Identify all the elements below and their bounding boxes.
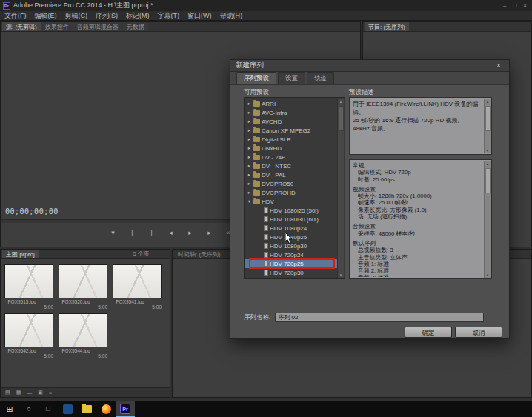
- preset-folder-icon: [253, 173, 260, 178]
- preset-file-icon: [264, 252, 268, 258]
- scroll-thumb[interactable]: [485, 106, 491, 131]
- clip-thumbnail: [4, 313, 53, 347]
- panel-tab[interactable]: 效果控件: [41, 22, 73, 32]
- menu-item[interactable]: 剪辑(C): [65, 11, 88, 21]
- step-back-icon[interactable]: ◂: [166, 229, 176, 236]
- icon-view-icon[interactable]: ▦: [16, 390, 21, 396]
- search-button[interactable]: ○: [19, 401, 39, 417]
- preset-label: HDV 720p25: [270, 261, 304, 267]
- preset-file-icon: [264, 243, 268, 249]
- step-forward-icon[interactable]: ▸: [205, 229, 215, 236]
- panel-tab[interactable]: 元数据: [123, 22, 148, 32]
- premiere-taskbar-icon[interactable]: Pr: [116, 401, 135, 417]
- menu-item[interactable]: 帮助(H): [220, 11, 243, 21]
- clip-item[interactable]: _FOX9544.jpg5:00: [59, 313, 109, 358]
- out-point-icon[interactable]: }: [147, 229, 157, 236]
- preset-item[interactable]: ▸DV - PAL: [245, 170, 337, 179]
- preset-item[interactable]: ▸DVCPROHD: [245, 188, 337, 197]
- preset-item[interactable]: ▸DV - NTSC: [245, 161, 337, 170]
- menu-item[interactable]: 窗口(W): [187, 11, 212, 21]
- blue-app-icon[interactable]: [58, 401, 77, 417]
- preset-item[interactable]: ▸AVC-Intra: [245, 108, 337, 117]
- delete-icon[interactable]: ×: [49, 390, 52, 396]
- scroll-down-icon[interactable]: ▾: [487, 272, 489, 278]
- dialog-tab[interactable]: 序列预设: [236, 72, 276, 84]
- clip-item[interactable]: _FOX9542.jpg5:00: [4, 313, 55, 358]
- preset-item[interactable]: ▸DNxHD: [245, 144, 337, 153]
- clip-item[interactable]: _FOX9520.jpg5:00: [59, 264, 109, 310]
- preset-item[interactable]: ▸Digital SLR: [245, 135, 337, 144]
- scroll-up-icon[interactable]: ▴: [340, 99, 342, 104]
- scroll-down-icon[interactable]: ▾: [340, 272, 342, 278]
- tab-project[interactable]: 主图.prproj: [2, 250, 39, 259]
- preset-item[interactable]: HDV 1080i25 (50i): [245, 206, 337, 215]
- cancel-button[interactable]: 取消: [455, 327, 502, 338]
- minimize-icon[interactable]: –: [503, 2, 506, 10]
- close-icon[interactable]: ×: [523, 2, 527, 10]
- preset-item[interactable]: ▸DV - 24P: [245, 153, 337, 161]
- dialog-tab[interactable]: 轨道: [307, 72, 334, 84]
- available-presets-label: 可用预设: [244, 88, 269, 97]
- menu-item[interactable]: 标记(M): [126, 11, 150, 21]
- details-scrollbar[interactable]: ▴ ▾: [484, 161, 491, 278]
- panel-tab[interactable]: 音频剪辑混合器: [73, 22, 122, 32]
- scroll-up-icon[interactable]: ▴: [487, 99, 489, 104]
- preset-label: HDV 1080i25 (50i): [270, 207, 319, 214]
- sequence-name-label: 序列名称:: [244, 313, 270, 322]
- clip-duration: 5:00: [113, 304, 163, 310]
- firefox-icon[interactable]: [96, 401, 116, 417]
- preset-item[interactable]: HDV 1080i30 (60i): [245, 215, 337, 224]
- maximize-icon[interactable]: □: [513, 2, 516, 10]
- preset-label: HDV 720p24: [270, 252, 304, 258]
- taskbar: ⊞ ○ □ Pr: [0, 401, 532, 417]
- clip-item[interactable]: _FOX9541.jpg5:00: [113, 264, 163, 310]
- twirl-icon: ▸: [247, 110, 252, 116]
- preset-item[interactable]: ▾HDV: [245, 197, 337, 206]
- file-explorer-icon[interactable]: [77, 401, 96, 417]
- scroll-down-icon[interactable]: ▾: [487, 147, 489, 153]
- scroll-thumb[interactable]: [485, 168, 491, 193]
- preset-item[interactable]: HDV 720p24: [245, 250, 337, 259]
- preset-item[interactable]: ▸DVCPRO50: [245, 179, 337, 188]
- ok-button[interactable]: 确定: [405, 327, 452, 338]
- sequence-name-input[interactable]: [275, 313, 484, 322]
- list-view-icon[interactable]: ▤: [5, 390, 10, 396]
- panel-tab[interactable]: 源: (无剪辑): [2, 22, 41, 32]
- preset-item[interactable]: ▸AVCHD: [245, 117, 337, 126]
- menu-item[interactable]: 字幕(T): [158, 11, 180, 21]
- preset-tree-list: ▸ARRI▸AVC-Intra▸AVCHD▸Canon XF MPEG2▸Dig…: [245, 98, 337, 278]
- task-view-button[interactable]: □: [39, 401, 58, 417]
- clip-item[interactable]: _FOX9515.jpg5:00: [4, 264, 55, 310]
- new-bin-icon[interactable]: ▣: [38, 390, 43, 396]
- details-line: 采样率: 48000 样本/秒: [353, 230, 482, 237]
- clip-thumbnail: [59, 313, 107, 347]
- start-button[interactable]: ⊞: [0, 401, 19, 417]
- source-tabs: 源: (无剪辑)效果控件音频剪辑混合器元数据: [1, 22, 360, 32]
- preset-item[interactable]: HDV 1080p24: [245, 224, 337, 233]
- preset-item[interactable]: ▸Mobile & Devices: [245, 277, 337, 278]
- details-line: 常规: [353, 162, 482, 169]
- tree-scrollbar[interactable]: ▴ ▾: [337, 99, 344, 278]
- panel-tab[interactable]: 节目: (无序列): [365, 22, 409, 32]
- play-icon[interactable]: ▸: [185, 229, 196, 236]
- scroll-thumb[interactable]: [339, 106, 344, 131]
- clip-grid: _FOX9515.jpg5:00_FOX9520.jpg5:00_FOX9541…: [2, 261, 168, 387]
- preset-item[interactable]: ▸ARRI: [245, 99, 337, 108]
- menu-item[interactable]: 序列(S): [96, 11, 118, 21]
- firefox-glyph: [102, 404, 111, 414]
- preset-item[interactable]: ▸Canon XF MPEG2: [245, 126, 337, 135]
- tab-timeline[interactable]: 时间轴: (无序列): [174, 250, 225, 259]
- add-marker-icon[interactable]: ▾: [108, 229, 119, 236]
- preset-label: DNxHD: [262, 145, 282, 152]
- preset-item[interactable]: HDV 720p30: [245, 268, 337, 277]
- preset-item[interactable]: HDV 720p25: [245, 259, 337, 268]
- preset-label: AVC-Intra: [262, 110, 287, 116]
- dialog-tab[interactable]: 设置: [278, 72, 305, 84]
- dialog-close-icon[interactable]: ×: [493, 61, 504, 70]
- description-scrollbar[interactable]: ▴ ▾: [484, 99, 491, 153]
- scroll-up-icon[interactable]: ▴: [487, 161, 489, 167]
- in-point-icon[interactable]: {: [127, 229, 138, 236]
- menu-item[interactable]: 编辑(E): [35, 11, 57, 21]
- zoom-slider-icon[interactable]: —: [27, 390, 32, 396]
- menu-item[interactable]: 文件(F): [4, 11, 27, 21]
